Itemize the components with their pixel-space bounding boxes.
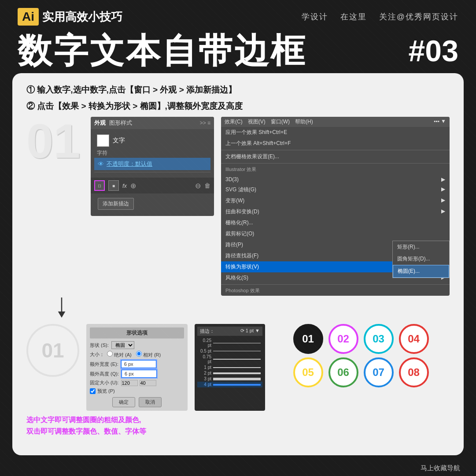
- ok-button[interactable]: 确定: [112, 397, 135, 407]
- num-circle-05: 05: [293, 357, 323, 387]
- photoshop-effects-header: Photoshop 效果: [221, 286, 450, 296]
- relative-radio[interactable]: 相对 (R): [136, 351, 161, 358]
- add-stroke-btn[interactable]: 添加新描边: [98, 198, 134, 210]
- stroke-line-4: [213, 384, 261, 386]
- add-stroke-area: 添加新描边: [91, 193, 214, 216]
- minus-icon[interactable]: ⊖: [195, 182, 201, 190]
- svg-filter-item[interactable]: SVG 滤镜(G) ▶: [221, 184, 450, 195]
- distort-item[interactable]: 扭曲和变换(D) ▶: [221, 206, 450, 217]
- circle-01-text: 01: [41, 338, 64, 362]
- tab-appearance[interactable]: 外观: [94, 119, 106, 127]
- content-card: ① 输入数字,选中数字,点击【窗口 > 外观 > 添加新描边】 ② 点击【效果 …: [12, 73, 464, 455]
- cancel-button[interactable]: 取消: [139, 397, 162, 407]
- stroke-label-025: 0.25 pt: [199, 338, 211, 348]
- menu-view[interactable]: 视图(V): [248, 118, 266, 126]
- convert-shape-submenu: 矩形(R)... 圆角矩形(D)... 椭圆(E)...: [392, 241, 450, 278]
- extra-height-input[interactable]: 6 px: [122, 370, 157, 378]
- separator3: [221, 284, 450, 285]
- trash-icon[interactable]: 🗑: [204, 182, 210, 189]
- header-learn: 学设计: [302, 12, 328, 21]
- ellipse-item[interactable]: 椭圆(E)...: [393, 265, 449, 278]
- fixed-inputs: [121, 380, 156, 386]
- num-circle-02: 02: [328, 324, 358, 354]
- stroke-label-1: 1 pt: [199, 365, 211, 370]
- appearance-panel: 外观 图形样式 >> ≡ 文字 字符 👁 不透明度：默认值: [91, 117, 214, 216]
- 3d-item[interactable]: 3D(3) ▶: [221, 175, 450, 184]
- stroke-values: 0.25 pt 0.5 pt 0.75 pt 1 pt: [197, 336, 262, 389]
- stroke-line-3: [213, 378, 261, 380]
- document-raster-item[interactable]: 文档栅格效果设置(E)...: [221, 151, 450, 162]
- caption-line2: 双击即可调整数字颜色、数值、字体等: [26, 426, 450, 437]
- stroke-bar-2: 2 pt: [197, 370, 262, 376]
- header-left: Ai 实用高效小技巧: [18, 8, 122, 26]
- separator1: [221, 150, 450, 150]
- stroke-header: 描边： ⟳ 1 pt ▼: [197, 327, 262, 336]
- panel-tabs: 外观 图形样式 >> ≡: [91, 117, 214, 129]
- dialog-title: 形状选项: [90, 327, 184, 338]
- stroke-preview-panel: 描边： ⟳ 1 pt ▼ 0.25 pt 0.5 pt 0.75 pt: [195, 324, 265, 411]
- eye-icon: 👁: [98, 160, 104, 167]
- illustrator-effects-header: Illustrator 效果: [221, 164, 450, 175]
- step1-text: ① 输入数字,选中数字,点击【窗口 > 外观 > 添加新描边】: [26, 84, 450, 97]
- opacity-row: 👁 不透明度：默认值: [94, 158, 210, 170]
- extra-width-label: 额外宽度 (E):: [90, 361, 118, 368]
- header-follow: 关注@优秀网页设计: [379, 12, 458, 21]
- panel-menu-icon[interactable]: >> ≡: [200, 120, 210, 126]
- fill-icon[interactable]: ■: [108, 180, 119, 191]
- stroke-icon[interactable]: □: [94, 180, 105, 191]
- preview-row: 预览 (P): [90, 388, 184, 394]
- stroke-line-05: [213, 351, 261, 351]
- menu-content: 应用一个效果 Shift+Ctrl+E 上一个效果 Alt+Shift+Ctrl…: [221, 127, 450, 296]
- tab-graphic-styles[interactable]: 图形样式: [109, 119, 132, 127]
- apply-effect-item[interactable]: 应用一个效果 Shift+Ctrl+E: [221, 127, 450, 138]
- plus-icon[interactable]: ⊕: [130, 182, 136, 190]
- rasterize-item[interactable]: 栅格化(R)...: [221, 217, 450, 228]
- ai-badge: Ai: [18, 8, 39, 26]
- last-effect-item[interactable]: 上一个效果 Alt+Shift+Ctrl+F: [221, 138, 450, 149]
- fixed-h-input[interactable]: [140, 380, 156, 386]
- num-circle-03: 03: [364, 324, 394, 354]
- caption-text: 选中文字即可调整圆圈的粗细及颜色, 双击即可调整数字颜色、数值、字体等: [26, 414, 450, 437]
- absolute-radio[interactable]: 绝对 (A): [107, 351, 132, 358]
- num-circle-08: 08: [399, 357, 429, 387]
- fixed-w-input[interactable]: [121, 380, 138, 386]
- size-row: 大小： 绝对 (A) 相对 (R): [90, 351, 184, 358]
- color-swatch-row: 文字: [94, 133, 210, 149]
- stroke-bar-05: 0.5 pt: [197, 348, 262, 354]
- numbered-circles: 01 02 03 04 05 06 07 08: [272, 324, 450, 411]
- arrow-down: [26, 298, 450, 320]
- hash-number: #03: [409, 33, 458, 68]
- rounded-rect-item[interactable]: 圆角矩形(D)...: [393, 253, 449, 265]
- opacity-label[interactable]: 不透明度：默认值: [107, 160, 152, 168]
- preview-checkbox[interactable]: [90, 388, 96, 394]
- effects-panel: 效果(C) 视图(V) 窗口(W) 帮助(H) ▪▪▪ ▼ 应用一个效果 Shi…: [221, 117, 450, 296]
- menu-effects[interactable]: 效果(C): [225, 118, 243, 126]
- stroke-label-4: 4 pt: [199, 382, 211, 387]
- fx-label[interactable]: fx: [122, 182, 127, 189]
- menu-help[interactable]: 帮助(H): [295, 118, 313, 126]
- panel-body: 文字 字符 👁 不透明度：默认值: [91, 129, 214, 178]
- caption-line1: 选中文字即可调整圆圈的粗细及颜色,: [26, 414, 450, 426]
- header-title: 实用高效小技巧: [42, 9, 122, 25]
- extra-width-input[interactable]: 6 px: [121, 360, 156, 368]
- menu-icons: ▪▪▪ ▼: [434, 118, 446, 126]
- stroke-bar-075: 0.75 pt: [197, 354, 262, 364]
- stroke-bar-1: 1 pt: [197, 364, 262, 370]
- stroke-line-075: [213, 359, 261, 360]
- step2-text: ② 点击【效果 > 转换为形状 > 椭圆】,调整额外宽度及高度: [26, 100, 450, 113]
- big-number-display: 01: [26, 117, 84, 165]
- divider: [94, 172, 210, 172]
- bottom-icons-row: □ ■ fx ⊕ ⊖ 🗑: [91, 178, 214, 193]
- stroke-line-025: [213, 343, 261, 343]
- color-swatch[interactable]: [97, 134, 109, 147]
- menu-window[interactable]: 窗口(W): [271, 118, 290, 126]
- panels-row: 01 外观 图形样式 >> ≡ 文字 字符 👁 不透明度：默认值: [26, 117, 450, 296]
- preview-label: 预览 (P): [97, 388, 115, 394]
- shape-select[interactable]: 椭圆: [111, 341, 134, 349]
- transform-item[interactable]: 变形(W) ▶: [221, 195, 450, 206]
- shape-dialog: 形状选项 形状 (S): 椭圆 大小： 绝对 (A) 相对 (R): [86, 324, 188, 411]
- rectangle-item[interactable]: 矩形(R)...: [393, 241, 449, 253]
- stroke-line-2: [213, 372, 261, 374]
- crop-marks-item[interactable]: 裁剪标记(O): [221, 228, 450, 239]
- stroke-label-075: 0.75 pt: [199, 354, 211, 364]
